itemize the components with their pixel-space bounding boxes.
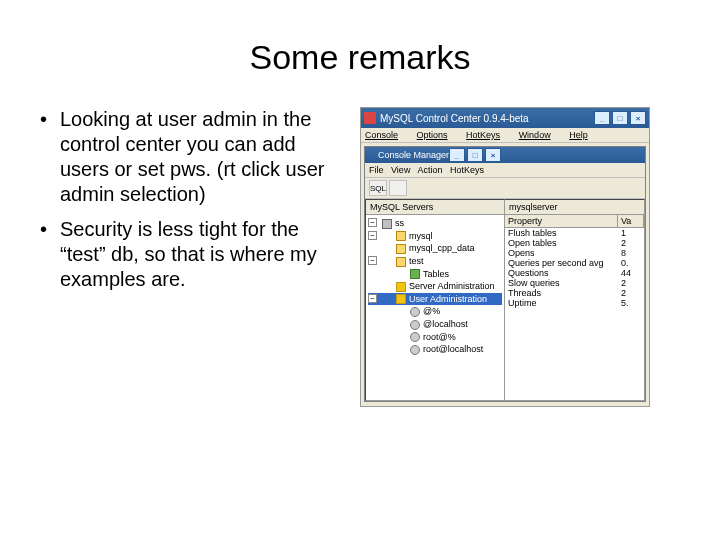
inner-close-button[interactable]: × <box>485 148 501 162</box>
tree-user[interactable]: @% <box>368 305 502 318</box>
bullet-item: Looking at user admin in the control cen… <box>40 107 350 207</box>
folder-icon <box>410 269 420 279</box>
property-row: Questions44 <box>505 268 644 278</box>
database-icon <box>396 257 406 267</box>
user-icon <box>410 345 420 355</box>
toolbar-sql-button[interactable]: SQL <box>369 180 387 196</box>
property-row: Opens8 <box>505 248 644 258</box>
tree-user[interactable]: @localhost <box>368 318 502 331</box>
property-row: Threads2 <box>505 288 644 298</box>
app-titlebar: MySQL Control Center 0.9.4-beta _ □ × <box>361 108 649 128</box>
maximize-button[interactable]: □ <box>612 111 628 125</box>
tree-tables[interactable]: Tables <box>368 268 502 281</box>
menu-help[interactable]: Help <box>569 130 596 140</box>
bullet-item: Security is less tight for the “test” db… <box>40 217 350 292</box>
tree-user-admin[interactable]: − User Administration <box>368 293 502 306</box>
expand-icon[interactable]: − <box>368 218 377 227</box>
inner-title: Console Manager <box>378 150 449 160</box>
bullet-list: Looking at user admin in the control cen… <box>40 107 350 407</box>
properties-pane: mysqlserver Property Va Flush tables1 Op… <box>505 199 645 401</box>
property-row: Open tables2 <box>505 238 644 248</box>
app-title: MySQL Control Center 0.9.4-beta <box>380 113 594 124</box>
menu-options[interactable]: Options <box>417 130 456 140</box>
star-icon <box>396 294 406 304</box>
database-icon <box>396 231 406 241</box>
tree-header: MySQL Servers <box>366 200 504 215</box>
col-value: Va <box>618 215 644 227</box>
properties-header-row: Property Va <box>505 215 644 228</box>
server-icon <box>382 219 392 229</box>
tree-user[interactable]: root@localhost <box>368 343 502 356</box>
toolbar-button[interactable] <box>389 180 407 196</box>
tree-db-cppdata[interactable]: mysql_cpp_data <box>368 242 502 255</box>
property-row: Uptime5. <box>505 298 644 308</box>
inner-titlebar: Console Manager _ □ × <box>365 147 645 163</box>
right-pane-header: mysqlserver <box>505 200 644 215</box>
inner-toolbar: SQL <box>365 178 645 199</box>
app-menubar: Console Options HotKeys Window Help <box>361 128 649 143</box>
tree-pane: MySQL Servers − ss − mysql my <box>365 199 505 401</box>
close-button[interactable]: × <box>630 111 646 125</box>
user-icon <box>410 332 420 342</box>
menu-view[interactable]: View <box>391 165 410 175</box>
app-icon <box>364 112 376 124</box>
console-manager-window: Console Manager _ □ × File View Action H… <box>364 146 646 402</box>
menu-hotkeys[interactable]: HotKeys <box>466 130 508 140</box>
slide-content: Looking at user admin in the control cen… <box>40 107 680 407</box>
menu-console[interactable]: Console <box>365 130 406 140</box>
inner-maximize-button[interactable]: □ <box>467 148 483 162</box>
user-icon <box>410 307 420 317</box>
tree-server-admin[interactable]: Server Administration <box>368 280 502 293</box>
minimize-button[interactable]: _ <box>594 111 610 125</box>
property-row: Flush tables1 <box>505 228 644 238</box>
user-icon <box>410 320 420 330</box>
database-icon <box>396 244 406 254</box>
tree-db-test[interactable]: − test <box>368 255 502 268</box>
expand-icon[interactable]: − <box>368 256 377 265</box>
tree-db-mysql[interactable]: − mysql <box>368 230 502 243</box>
expand-icon[interactable]: − <box>368 231 377 240</box>
embedded-screenshot: MySQL Control Center 0.9.4-beta _ □ × Co… <box>360 107 650 407</box>
tree-root[interactable]: − ss <box>368 217 502 230</box>
menu-file[interactable]: File <box>369 165 384 175</box>
property-row: Queries per second avg0. <box>505 258 644 268</box>
col-property: Property <box>505 215 618 227</box>
slide-title: Some remarks <box>40 38 680 77</box>
menu-window[interactable]: Window <box>519 130 559 140</box>
menu-action[interactable]: Action <box>417 165 442 175</box>
tree-user[interactable]: root@% <box>368 331 502 344</box>
inner-window-icon <box>368 150 378 160</box>
expand-icon[interactable]: − <box>368 294 377 303</box>
menu-inner-hotkeys[interactable]: HotKeys <box>450 165 484 175</box>
star-icon <box>396 282 406 292</box>
inner-minimize-button[interactable]: _ <box>449 148 465 162</box>
property-row: Slow queries2 <box>505 278 644 288</box>
inner-menubar: File View Action HotKeys <box>365 163 645 178</box>
